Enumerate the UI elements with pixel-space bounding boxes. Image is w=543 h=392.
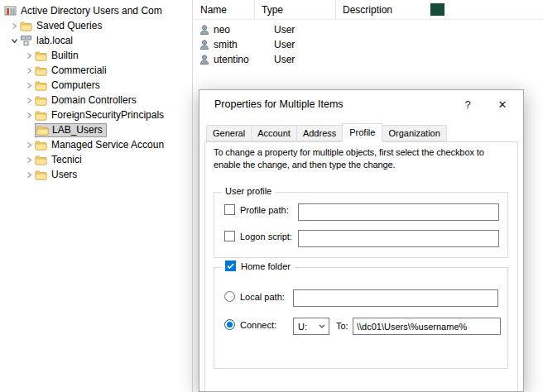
chevron-down-icon[interactable]: [8, 37, 20, 45]
user-profile-group: User profile Profile path: Logon script:: [214, 192, 508, 258]
domain-icon: [20, 35, 35, 46]
logon-script-label: Logon script:: [240, 232, 292, 241]
tree-item-computers[interactable]: Computers: [0, 78, 192, 93]
tree-item-label: Active Directory Users and Com: [19, 5, 164, 17]
chevron-right-icon[interactable]: [23, 97, 35, 104]
connect-row: Connect:: [224, 319, 276, 330]
chevron-right-icon[interactable]: [23, 141, 35, 149]
user-icon: [199, 24, 214, 36]
folder-icon: [35, 155, 50, 165]
folder-icon: [35, 50, 50, 61]
tree-item-root[interactable]: Active Directory Users and Com: [0, 3, 192, 18]
tree-item-label: Commerciali: [50, 65, 108, 76]
tree-item-label: Users: [50, 169, 79, 180]
folder-icon: [35, 140, 50, 151]
tree-item-tecnici[interactable]: Tecnici: [0, 152, 192, 167]
list-item-smith[interactable]: smith User: [194, 37, 543, 52]
chevron-right-icon[interactable]: [23, 52, 35, 60]
tab-profile[interactable]: Profile: [342, 123, 382, 142]
chevron-right-icon[interactable]: [23, 171, 35, 179]
folder-icon: [35, 95, 50, 106]
tree-item-lab-local[interactable]: lab.local: [0, 33, 192, 48]
tree-item-label: Managed Service Accoun: [50, 139, 166, 151]
folder-icon: [20, 21, 35, 31]
local-path-radio[interactable]: [224, 291, 235, 302]
tree-item-saved-queries[interactable]: Saved Queries: [0, 18, 192, 33]
console-tree: Active Directory Users and Com Saved Que…: [0, 0, 193, 392]
chevron-right-icon[interactable]: [23, 67, 35, 74]
drive-letter-value: U:: [298, 322, 307, 332]
folder-icon: [35, 110, 50, 121]
tab-organization[interactable]: Organization: [382, 125, 446, 141]
instruction-text: To change a property for multiple object…: [214, 146, 484, 171]
help-button[interactable]: ?: [460, 98, 475, 111]
connect-radio[interactable]: [224, 319, 235, 330]
logon-script-checkbox[interactable]: [224, 231, 235, 241]
object-name: neo: [214, 24, 260, 36]
chevron-right-icon[interactable]: [23, 82, 35, 89]
to-label: To:: [336, 321, 348, 331]
tree-item-label: Builtin: [50, 50, 80, 61]
column-header-label: Name: [200, 4, 227, 16]
list-header: Name Type Description: [194, 0, 543, 20]
chevron-right-icon[interactable]: [23, 156, 35, 164]
tree-item-managed-service-accounts[interactable]: Managed Service Accoun: [0, 137, 192, 152]
profile-path-checkbox[interactable]: [224, 204, 235, 215]
tab-address[interactable]: Address: [296, 125, 343, 141]
home-folder-label: Home folder: [241, 261, 291, 271]
column-header-label: Description: [343, 4, 392, 16]
object-type: User: [260, 54, 295, 65]
header-artifact: [430, 3, 444, 16]
tree-item-users[interactable]: Users: [0, 167, 192, 182]
chevron-right-icon[interactable]: [23, 112, 35, 119]
folder-icon: [35, 170, 50, 180]
object-type: User: [260, 39, 295, 50]
dialog-titlebar[interactable]: Properties for Multiple Items ? ✕: [199, 90, 523, 118]
tree-item-foreign-security-principals[interactable]: ForeignSecurityPrincipals: [0, 108, 192, 122]
user-icon: [199, 39, 214, 50]
tree-item-label: Tecnici: [50, 154, 84, 165]
logon-script-input[interactable]: [298, 230, 499, 247]
column-header-description[interactable]: Description: [336, 0, 430, 19]
user-profile-group-label: User profile: [222, 186, 275, 196]
tab-strip: General Account Address Profile Organiza…: [206, 122, 446, 141]
properties-dialog: Properties for Multiple Items ? ✕ Genera…: [199, 89, 524, 392]
folder-icon: [36, 125, 50, 136]
folder-icon: [35, 80, 50, 91]
chevron-right-icon[interactable]: [8, 22, 20, 30]
profile-path-label: Profile path:: [240, 205, 289, 215]
local-path-label: Local path:: [240, 292, 285, 302]
connect-path-input[interactable]: [353, 318, 501, 335]
home-folder-checkbox[interactable]: [225, 261, 236, 271]
close-icon[interactable]: ✕: [495, 98, 510, 111]
tab-general[interactable]: General: [206, 125, 252, 141]
dialog-title: Properties for Multiple Items: [214, 98, 344, 110]
folder-icon: [35, 65, 50, 76]
aduc-root-icon: [4, 5, 19, 17]
drive-letter-select[interactable]: U:: [293, 318, 329, 335]
selected-tree-item-highlight: LAB_Users: [35, 123, 107, 137]
local-path-input[interactable]: [293, 289, 498, 307]
tree-item-label: Domain Controllers: [50, 94, 138, 106]
profile-path-input[interactable]: [298, 203, 499, 221]
column-header-name[interactable]: Name: [194, 0, 255, 19]
tree-item-lab-users[interactable]: LAB_Users: [0, 122, 192, 137]
object-name: utentino: [214, 54, 260, 65]
tree-item-commerciali[interactable]: Commerciali: [0, 63, 192, 78]
user-icon: [199, 54, 214, 65]
list-item-utentino[interactable]: utentino User: [194, 52, 543, 67]
tree-item-label: lab.local: [35, 35, 74, 46]
tree-item-domain-controllers[interactable]: Domain Controllers: [0, 93, 192, 108]
tree-item-label: Computers: [50, 79, 102, 91]
logon-script-row: Logon script:: [224, 231, 292, 241]
tree-item-builtin[interactable]: Builtin: [0, 48, 192, 63]
column-header-type[interactable]: Type: [255, 0, 336, 19]
list-item-neo[interactable]: neo User: [194, 22, 543, 37]
tab-account[interactable]: Account: [251, 125, 297, 141]
tree-item-label: Saved Queries: [35, 20, 103, 31]
object-name: smith: [214, 39, 260, 50]
aduc-window: Active Directory Users and Com Saved Que…: [0, 0, 543, 392]
home-folder-group: Home folder Local path: Connect: U: To:: [214, 267, 508, 369]
chevron-down-icon: [319, 324, 325, 328]
profile-path-row: Profile path:: [224, 204, 289, 215]
